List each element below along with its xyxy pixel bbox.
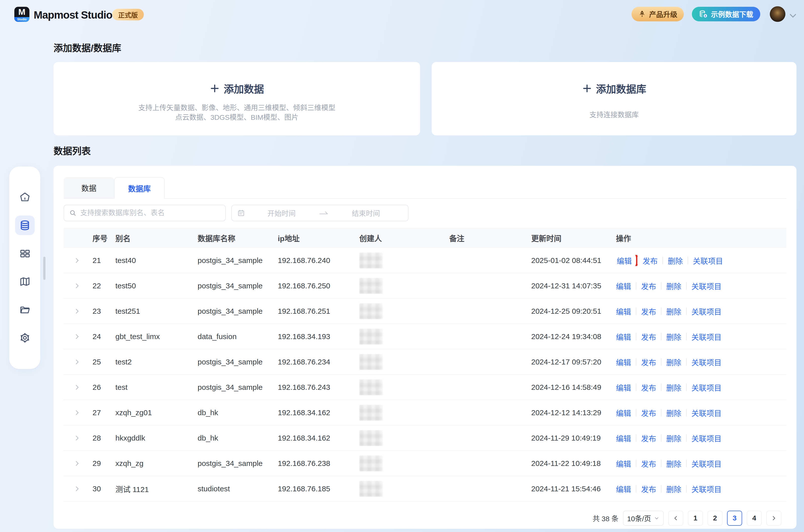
- date-range-picker[interactable]: 开始时间 结束时间: [231, 205, 408, 221]
- action-publish-link[interactable]: 发布: [641, 357, 656, 367]
- data-list-panel: 数据 数据库 开始时间 结束时: [54, 166, 797, 529]
- row-expand-button[interactable]: [63, 383, 92, 391]
- swap-right-arrow-icon: [318, 210, 329, 216]
- action-publish-link[interactable]: 发布: [641, 280, 656, 291]
- page-button-4[interactable]: 4: [747, 511, 762, 526]
- action-delete-link[interactable]: 删除: [666, 483, 681, 494]
- action-delete-link[interactable]: 删除: [666, 331, 681, 342]
- page-button-3[interactable]: 3: [727, 511, 742, 526]
- row-ip: 192.168.76.240: [278, 256, 359, 265]
- logo-studio-band: Studio: [14, 17, 30, 22]
- page-number-list: 1234: [688, 511, 762, 526]
- prev-page-button[interactable]: [668, 511, 683, 526]
- row-expand-button[interactable]: [63, 485, 92, 493]
- row-db-name: postgis_34_sample: [198, 459, 278, 468]
- action-related-projects-link[interactable]: 关联项目: [691, 306, 721, 317]
- action-delete-link[interactable]: 删除: [666, 382, 681, 393]
- action-delete-link[interactable]: 删除: [666, 357, 681, 367]
- action-delete-link[interactable]: 删除: [666, 433, 681, 443]
- table-row: 29 xzqh_zg postgis_34_sample 192.168.76.…: [63, 451, 786, 476]
- tab-database[interactable]: 数据库: [114, 177, 165, 199]
- search-box[interactable]: [63, 205, 226, 221]
- product-upgrade-button[interactable]: 产品升级: [632, 7, 684, 21]
- table-row: 23 test251 postgis_34_sample 192.168.76.…: [63, 299, 786, 324]
- action-delete-link[interactable]: 删除: [668, 255, 683, 266]
- row-expand-button[interactable]: [63, 460, 92, 467]
- action-edit-link[interactable]: 编辑: [616, 357, 631, 367]
- sidebar-item-home[interactable]: [15, 187, 35, 207]
- chevron-right-icon: [73, 485, 81, 493]
- sample-data-download-button[interactable]: 示例数据下载: [692, 7, 760, 21]
- chevron-right-icon: [73, 358, 81, 366]
- row-expand-button[interactable]: [63, 409, 92, 416]
- action-edit-link[interactable]: 编辑: [616, 458, 631, 469]
- sidebar-item-data[interactable]: [15, 215, 35, 235]
- action-related-projects-link[interactable]: 关联项目: [691, 357, 721, 367]
- sidebar-item-settings[interactable]: [15, 328, 35, 348]
- action-publish-link[interactable]: 发布: [641, 407, 656, 418]
- action-separator: [686, 383, 687, 391]
- search-input[interactable]: [80, 209, 220, 217]
- plus-icon: [210, 83, 220, 93]
- sidebar-item-map[interactable]: [15, 272, 35, 291]
- action-publish-link[interactable]: 发布: [641, 483, 656, 494]
- action-related-projects-link[interactable]: 关联项目: [693, 255, 723, 266]
- action-delete-link[interactable]: 删除: [666, 280, 681, 291]
- row-expand-button[interactable]: [63, 307, 92, 315]
- row-expand-button[interactable]: [63, 358, 92, 366]
- action-delete-link[interactable]: 删除: [666, 407, 681, 418]
- action-publish-link[interactable]: 发布: [641, 382, 656, 393]
- action-edit-link[interactable]: 编辑: [616, 306, 631, 317]
- row-expand-button[interactable]: [63, 434, 92, 442]
- action-edit-link[interactable]: 编辑: [616, 433, 631, 443]
- action-edit-link[interactable]: 编辑: [616, 280, 631, 291]
- row-expand-button[interactable]: [63, 257, 92, 264]
- row-expand-button[interactable]: [63, 282, 92, 290]
- page-size-select[interactable]: 10条/页: [623, 511, 664, 526]
- add-database-card[interactable]: 添加数据库 支持连接数据库: [432, 62, 797, 135]
- action-publish-link[interactable]: 发布: [641, 458, 656, 469]
- action-publish-link[interactable]: 发布: [641, 306, 656, 317]
- app-logo[interactable]: M Studio: [14, 7, 30, 22]
- next-page-button[interactable]: [766, 511, 781, 526]
- sidebar-item-apps[interactable]: [15, 244, 35, 263]
- row-expand-button[interactable]: [63, 333, 92, 340]
- action-related-projects-link[interactable]: 关联项目: [691, 433, 721, 443]
- action-publish-link[interactable]: 发布: [641, 433, 656, 443]
- action-related-projects-link[interactable]: 关联项目: [691, 382, 721, 393]
- action-publish-link[interactable]: 发布: [643, 255, 658, 266]
- row-db-name: postgis_34_sample: [198, 307, 278, 316]
- action-edit-link[interactable]: 编辑: [616, 483, 631, 494]
- chevron-right-icon: [73, 434, 81, 442]
- action-edit-link[interactable]: 编辑: [616, 407, 631, 418]
- col-alias: 别名: [115, 232, 198, 243]
- action-related-projects-link[interactable]: 关联项目: [691, 280, 721, 291]
- action-separator: [686, 485, 687, 493]
- action-edit-link[interactable]: 编辑: [617, 255, 632, 266]
- sidebar-item-projects[interactable]: [15, 300, 35, 320]
- sidebar-drag-handle[interactable]: [43, 257, 45, 280]
- action-delete-link[interactable]: 删除: [666, 458, 681, 469]
- action-delete-link[interactable]: 删除: [666, 306, 681, 317]
- action-separator: [661, 307, 661, 315]
- row-ip: 192.168.76.234: [278, 358, 359, 366]
- action-edit-link[interactable]: 编辑: [616, 331, 631, 342]
- action-separator: [686, 409, 687, 416]
- search-icon: [69, 209, 77, 217]
- user-avatar[interactable]: [770, 6, 785, 22]
- action-publish-link[interactable]: 发布: [641, 331, 656, 342]
- action-related-projects-link[interactable]: 关联项目: [691, 458, 721, 469]
- action-related-projects-link[interactable]: 关联项目: [691, 407, 721, 418]
- sidebar: [9, 167, 40, 369]
- page-button-1[interactable]: 1: [688, 511, 703, 526]
- table-row: 30 测试 1121 studiotest 192.168.76.185 202…: [63, 476, 786, 501]
- row-ip: 192.168.34.162: [278, 434, 359, 442]
- chevron-down-icon[interactable]: [788, 11, 798, 20]
- add-data-card[interactable]: 添加数据 支持上传矢量数据、影像、地形、通用三维模型、倾斜三维模型 点云数据、3…: [54, 62, 420, 135]
- action-edit-link[interactable]: 编辑: [616, 382, 631, 393]
- action-separator: [686, 307, 687, 315]
- action-related-projects-link[interactable]: 关联项目: [691, 483, 721, 494]
- action-related-projects-link[interactable]: 关联项目: [691, 331, 721, 342]
- tab-data[interactable]: 数据: [63, 177, 114, 198]
- page-button-2[interactable]: 2: [708, 511, 723, 526]
